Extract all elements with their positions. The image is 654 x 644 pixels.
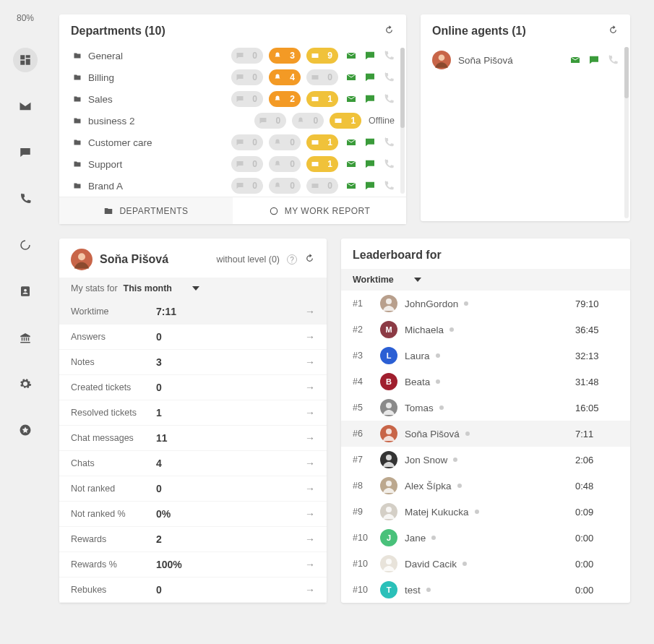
stat-row[interactable]: Created tickets 0 → (59, 375, 327, 400)
chat-count-pill[interactable]: 0 (231, 178, 263, 194)
tab-departments[interactable]: DEPARTMENTS (59, 197, 233, 224)
refresh-icon[interactable] (384, 25, 395, 38)
stat-row[interactable]: Rewards 2 → (59, 527, 327, 552)
department-row[interactable]: General 0 3 9 (59, 45, 406, 66)
department-row[interactable]: Billing 0 4 0 (59, 66, 406, 88)
phone-icon[interactable] (383, 180, 395, 192)
leaderboard-row[interactable]: #10 David Cacik 0:00 (341, 551, 630, 577)
mail-icon[interactable] (345, 93, 357, 105)
leaderboard-row[interactable]: #1 JohnGordon 79:10 (341, 291, 630, 317)
chat-icon[interactable] (364, 137, 376, 148)
phone-icon[interactable] (383, 50, 395, 61)
stat-row[interactable]: Answers 0 → (59, 325, 327, 350)
mail-count-pill[interactable]: 1 (306, 156, 338, 172)
mail-count-pill[interactable]: 0 (306, 69, 338, 85)
leaderboard-row[interactable]: #10 J Jane 0:00 (341, 525, 630, 551)
refresh-icon[interactable] (608, 25, 619, 38)
chat-count-pill[interactable]: 0 (231, 91, 263, 107)
bank-icon[interactable] (13, 325, 38, 350)
mail-icon[interactable] (345, 180, 357, 192)
settings-icon[interactable] (13, 372, 38, 396)
chat-icon[interactable] (364, 72, 376, 83)
scrollbar[interactable] (624, 47, 629, 218)
stats-period-dropdown[interactable]: This month (124, 283, 199, 293)
department-row[interactable]: Support 0 0 1 (59, 153, 406, 175)
stat-row[interactable]: Notes 3 → (59, 350, 327, 375)
stat-row[interactable]: Chat messages 11 → (59, 426, 327, 451)
alert-count-pill[interactable]: 0 (269, 178, 301, 194)
dashboard-icon[interactable] (13, 48, 38, 72)
alert-count-pill[interactable]: 0 (292, 113, 324, 129)
phone-icon[interactable] (13, 186, 38, 211)
contacts-icon[interactable] (13, 279, 38, 304)
help-icon[interactable]: ? (287, 254, 297, 265)
phone-icon[interactable] (607, 54, 619, 66)
alert-count-pill[interactable]: 2 (269, 91, 301, 107)
chat-icon[interactable] (364, 50, 376, 61)
stat-row[interactable]: Chats 4 → (59, 451, 327, 476)
leaderboard-row[interactable]: #10 T test 0:00 (341, 577, 630, 603)
status-icons (345, 137, 395, 148)
alert-count-pill[interactable]: 0 (269, 134, 301, 150)
leaderboard-row[interactable]: #5 Tomas 16:05 (341, 395, 630, 421)
mail-icon[interactable] (345, 50, 357, 61)
mail-icon[interactable] (345, 72, 357, 83)
leaderboard-row[interactable]: #6 Soňa Pišová 7:11 (341, 421, 630, 447)
department-row[interactable]: Sales 0 2 1 (59, 88, 406, 110)
agents-list: Soňa Pišová (421, 45, 630, 75)
leaderboard-metric-dropdown[interactable]: Worktime (353, 275, 421, 285)
mail-count-pill[interactable]: 9 (306, 48, 338, 64)
leaderboard-row[interactable]: #2 M Michaela 36:45 (341, 317, 630, 343)
tab-my-work-report[interactable]: MY WORK REPORT (233, 197, 406, 224)
mail-icon[interactable] (13, 94, 38, 119)
stat-row[interactable]: Resolved tickets 1 → (59, 400, 327, 426)
chat-icon[interactable] (13, 140, 38, 165)
status-dot (449, 327, 454, 332)
stat-label: Created tickets (71, 382, 156, 392)
mail-count-pill[interactable]: 1 (306, 134, 338, 150)
alert-count-pill[interactable]: 3 (269, 48, 301, 64)
chat-icon[interactable] (364, 158, 376, 170)
mail-count-pill[interactable]: 0 (306, 178, 338, 194)
chat-icon[interactable] (364, 93, 376, 105)
leaderboard-name: Tomas (405, 403, 568, 413)
chat-icon[interactable] (588, 54, 600, 66)
department-row[interactable]: Brand A 0 0 0 (59, 175, 406, 197)
chat-count-pill[interactable]: 0 (231, 69, 263, 85)
refresh-icon[interactable] (304, 253, 315, 266)
stat-row[interactable]: Not ranked % 0% → (59, 502, 327, 527)
department-row[interactable]: business 2 0 0 1 Offline (59, 110, 406, 132)
leaderboard-row[interactable]: #4 B Beata 31:48 (341, 369, 630, 395)
chat-count-pill[interactable]: 0 (231, 48, 263, 64)
phone-icon[interactable] (383, 93, 395, 105)
phone-icon[interactable] (383, 158, 395, 170)
mail-icon[interactable] (345, 137, 357, 148)
chat-count-pill[interactable]: 0 (231, 134, 263, 150)
department-row[interactable]: Customer care 0 0 1 (59, 132, 406, 153)
loading-icon[interactable] (13, 233, 38, 257)
chat-count-pill[interactable]: 0 (231, 156, 263, 172)
leaderboard-row[interactable]: #8 Alex Šípka 0:48 (341, 473, 630, 499)
leaderboard-row[interactable]: #9 Matej Kukucka 0:09 (341, 499, 630, 525)
scrollbar-thumb[interactable] (400, 48, 405, 128)
phone-icon[interactable] (383, 137, 395, 148)
mail-icon[interactable] (569, 54, 581, 66)
chat-count-pill[interactable]: 0 (254, 113, 286, 129)
phone-icon[interactable] (383, 72, 395, 83)
agent-row[interactable]: Soňa Pišová (421, 45, 630, 75)
stat-row[interactable]: Rewards % 100% → (59, 552, 327, 578)
mail-count-pill[interactable]: 1 (330, 113, 361, 129)
leaderboard-row[interactable]: #7 Jon Snow 2:06 (341, 447, 630, 473)
stat-row[interactable]: Worktime 7:11 → (59, 299, 327, 325)
leaderboard-row[interactable]: #3 L Laura 32:13 (341, 343, 630, 369)
alert-count-pill[interactable]: 4 (269, 69, 301, 85)
alert-count-pill[interactable]: 0 (269, 156, 301, 172)
stat-row[interactable]: Rebukes 0 → (59, 578, 327, 603)
scrollbar-thumb[interactable] (624, 47, 629, 98)
mail-count-pill[interactable]: 1 (306, 91, 338, 107)
mail-icon[interactable] (345, 158, 357, 170)
scrollbar[interactable] (400, 48, 405, 194)
star-icon[interactable] (13, 418, 38, 442)
chat-icon[interactable] (364, 180, 376, 192)
stat-row[interactable]: Not ranked 0 → (59, 476, 327, 502)
